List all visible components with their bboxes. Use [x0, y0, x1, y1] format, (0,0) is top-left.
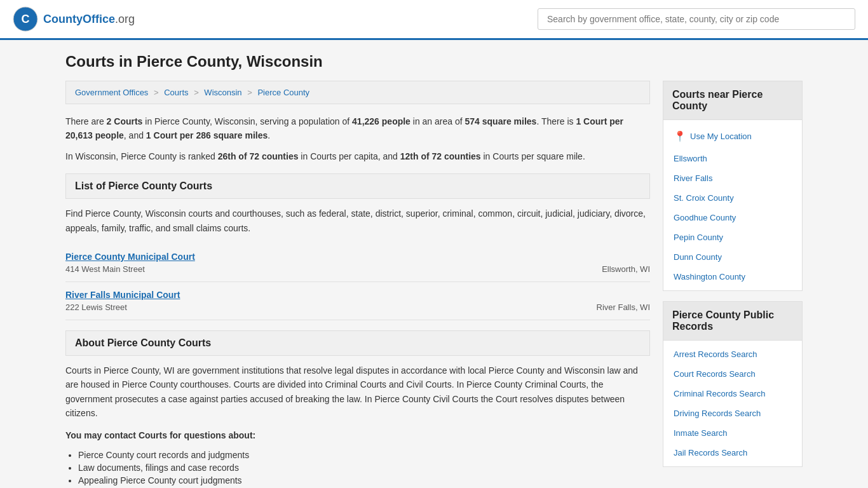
sidebar-link-goodhue[interactable]: Goodhue County [663, 208, 802, 227]
list-section-header: List of Pierce County Courts [65, 173, 650, 199]
contact-item-2: Law documents, filings and case records [78, 463, 650, 473]
search-input[interactable] [538, 8, 855, 30]
public-records-box: Pierce County Public Records Arrest Reco… [663, 301, 803, 467]
court-city-2: River Falls, WI [597, 302, 651, 312]
contact-item-1: Pierce County court records and judgment… [78, 450, 650, 460]
sidebar-link-arrest[interactable]: Arrest Records Search [663, 344, 802, 364]
list-section-desc: Find Pierce County, Wisconsin courts and… [65, 207, 650, 235]
courts-near-header: Courts near Pierce County [663, 81, 802, 120]
breadcrumb-link-pierce[interactable]: Pierce County [257, 88, 309, 97]
breadcrumb-link-gov[interactable]: Government Offices [75, 88, 148, 97]
use-location-label: Use My Location [690, 132, 752, 141]
public-records-header: Pierce County Public Records [663, 302, 802, 341]
court-address-2: 222 Lewis Street [65, 302, 127, 312]
summary-section: There are 2 Courts in Pierce County, Wis… [65, 114, 650, 163]
court-entry-1: Pierce County Municipal Court 414 West M… [65, 244, 650, 282]
breadcrumb-link-wisconsin[interactable]: Wisconsin [204, 88, 241, 97]
about-paragraph: Courts in Pierce County, WI are governme… [65, 363, 650, 421]
svg-text:C: C [22, 13, 30, 25]
sidebar-link-inmate[interactable]: Inmate Search [663, 423, 802, 443]
page-title: Courts in Pierce County, Wisconsin [65, 53, 803, 71]
sidebar-link-jail[interactable]: Jail Records Search [663, 443, 802, 463]
sidebar-link-riverfalls[interactable]: River Falls [663, 168, 802, 188]
sidebar: Courts near Pierce County 📍 Use My Locat… [663, 81, 803, 477]
sidebar-link-criminal[interactable]: Criminal Records Search [663, 384, 802, 403]
location-icon: 📍 [674, 130, 686, 142]
use-location-button[interactable]: 📍 Use My Location [663, 124, 802, 149]
contact-list: Pierce County court records and judgment… [78, 450, 650, 485]
contact-item-3: Appealing Pierce County court judgments [78, 475, 650, 485]
logo[interactable]: C CountyOffice.org [13, 6, 135, 32]
breadcrumb-link-courts[interactable]: Courts [164, 88, 188, 97]
sidebar-link-dunn[interactable]: Dunn County [663, 247, 802, 267]
court-name-1[interactable]: Pierce County Municipal Court [65, 252, 650, 262]
sidebar-link-washington[interactable]: Washington County [663, 267, 802, 287]
sidebar-link-stcroix[interactable]: St. Croix County [663, 188, 802, 208]
sidebar-link-driving[interactable]: Driving Records Search [663, 403, 802, 423]
sidebar-link-court-records[interactable]: Court Records Search [663, 364, 802, 384]
about-section: About Pierce County Courts Courts in Pie… [65, 330, 650, 485]
breadcrumb: Government Offices > Courts > Wisconsin … [65, 81, 650, 104]
contact-label: You may contact Courts for questions abo… [65, 428, 650, 442]
court-name-2[interactable]: River Falls Municipal Court [65, 290, 650, 300]
logo-text: CountyOffice.org [43, 13, 135, 26]
about-section-header: About Pierce County Courts [65, 330, 650, 356]
court-entry-2: River Falls Municipal Court 222 Lewis St… [65, 282, 650, 320]
courts-near-box: Courts near Pierce County 📍 Use My Locat… [663, 81, 803, 291]
court-address-1: 414 West Main Street [65, 264, 145, 274]
sidebar-link-pepin[interactable]: Pepin County [663, 227, 802, 247]
court-city-1: Ellsworth, WI [602, 264, 650, 274]
sidebar-link-ellsworth[interactable]: Ellsworth [663, 149, 802, 168]
